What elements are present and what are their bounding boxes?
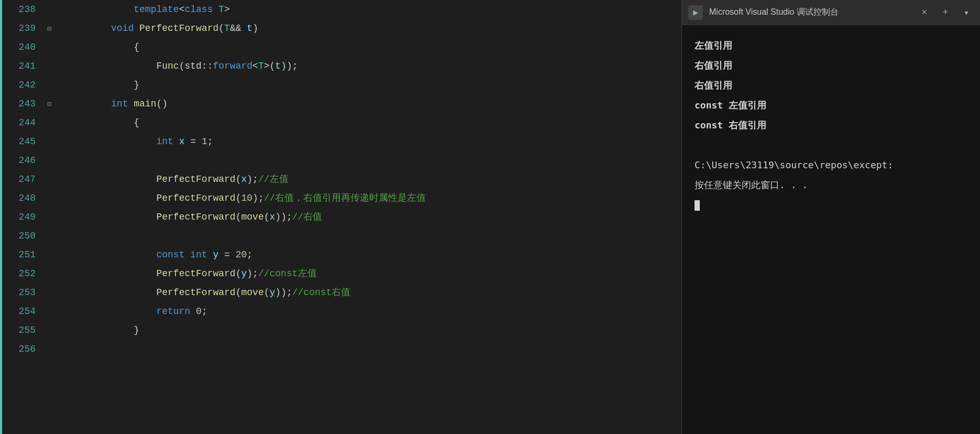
terminal-app-icon: ▶ (688, 5, 703, 20)
fold-icon[interactable]: ⊟ (47, 100, 51, 108)
line-number: 246 (2, 155, 44, 166)
line-number: 253 (2, 287, 44, 298)
line-number: 255 (2, 325, 44, 335)
list-item: 右值引用 (695, 75, 967, 95)
line-number: 238 (2, 4, 44, 15)
terminal-cursor-line (695, 195, 967, 215)
main-container: 238 template<class T> 239 ⊟ void Perfect… (0, 0, 980, 434)
terminal-title: Microsoft Visual Studio 调试控制台 (709, 7, 911, 18)
line-number: 252 (2, 268, 44, 279)
terminal-close-button[interactable]: × (917, 5, 932, 20)
line-number: 251 (2, 249, 44, 260)
line-number: 256 (2, 344, 44, 354)
list-item: const 左值引用 (695, 95, 967, 115)
fold-icon[interactable]: ⊟ (47, 24, 51, 33)
line-number: 248 (2, 193, 44, 203)
list-item: 右值引用 (695, 56, 967, 75)
terminal-prompt-line: 按任意键关闭此窗口. . . (695, 175, 967, 195)
line-number: 249 (2, 212, 44, 222)
terminal-path-line: C:\Users\23119\source\repos\except: (695, 155, 967, 175)
line-number: 243 (2, 99, 44, 109)
line-number: 245 (2, 136, 44, 147)
terminal-header: ▶ Microsoft Visual Studio 调试控制台 × + ▾ (682, 0, 980, 25)
vs-icon: ▶ (693, 7, 698, 18)
line-number: 247 (2, 174, 44, 185)
terminal-dropdown-button[interactable]: ▾ (959, 5, 974, 20)
line-number: 240 (2, 42, 44, 52)
line-number: 244 (2, 117, 44, 128)
line-number: 239 (2, 23, 44, 34)
terminal-add-button[interactable]: + (938, 5, 953, 20)
gutter: ⊟ (44, 24, 54, 33)
list-item: 左值引用 (695, 36, 967, 56)
terminal-panel: ▶ Microsoft Visual Studio 调试控制台 × + ▾ 左值… (681, 0, 980, 434)
line-number: 250 (2, 231, 44, 241)
line-number: 254 (2, 306, 44, 317)
terminal-body: 左值引用 右值引用 右值引用 const 左值引用 const 右值引用 C:\… (682, 25, 980, 434)
line-number: 241 (2, 61, 44, 71)
list-item (695, 135, 967, 155)
gutter: ⊟ (44, 100, 54, 108)
line-number: 242 (2, 80, 44, 90)
terminal-cursor (695, 200, 700, 211)
list-item: const 右值引用 (695, 115, 967, 135)
